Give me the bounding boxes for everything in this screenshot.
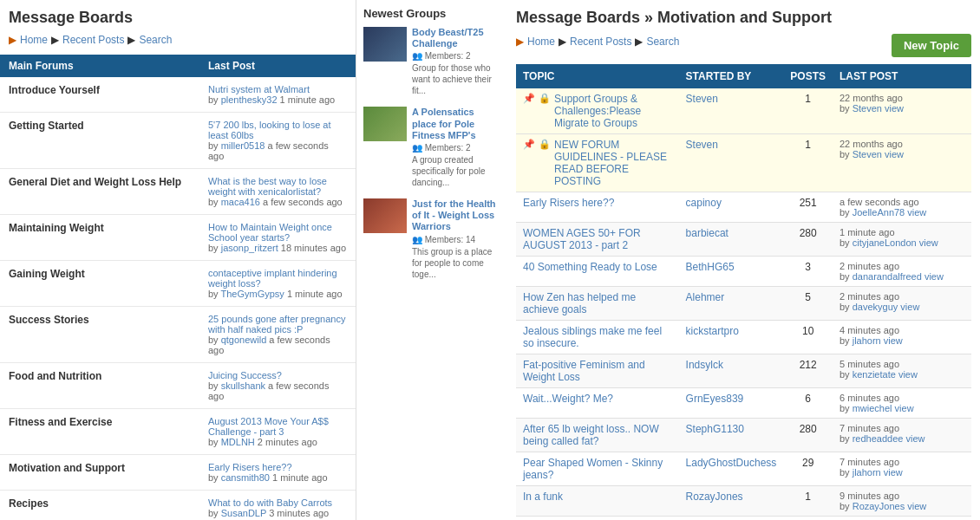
view-link[interactable]: view <box>924 271 944 282</box>
lastpost-user-link[interactable]: mwiechel <box>853 403 892 413</box>
view-link[interactable]: view <box>885 149 904 159</box>
forum-topic-link[interactable]: General Diet and Weight Loss Help <box>9 176 181 188</box>
forum-topic-link[interactable]: Getting Started <box>9 120 84 132</box>
view-link[interactable]: view <box>900 302 919 312</box>
started-by-link[interactable]: barbiecat <box>686 227 728 239</box>
started-by-link[interactable]: Steven <box>686 139 718 151</box>
lastpost-user-link[interactable]: JoelleAnn78 <box>853 207 905 218</box>
lastpost-user-link[interactable]: jasonp_ritzert <box>221 243 278 253</box>
topic-link[interactable]: Support Groups & Challenges:Please Migra… <box>554 93 672 129</box>
view-link[interactable]: view <box>884 467 903 478</box>
lastpost-user-link[interactable]: SusanDLP <box>221 508 266 518</box>
forum-topic-link[interactable]: Motivation and Support <box>9 462 125 474</box>
lastpost-user-link[interactable]: Steven <box>853 103 882 114</box>
lastpost-user-link[interactable]: davekyguy <box>853 302 898 312</box>
lastpost-info: 7 minutes ago by redheaddee view <box>840 423 964 444</box>
breadcrumb-recent[interactable]: Recent Posts <box>62 34 124 46</box>
view-link[interactable]: view <box>895 403 914 413</box>
lastpost-link[interactable]: What to do with Baby Carrots <box>208 497 332 508</box>
right-breadcrumb-home[interactable]: Home <box>527 36 555 48</box>
lastpost-user-link[interactable]: jlahorn <box>853 467 881 478</box>
lastpost-meta: by miller0518 a few seconds ago <box>208 140 347 161</box>
forum-lastpost-cell: August 2013 Move Your A$$ Challenge - pa… <box>208 416 347 447</box>
lastpost-link[interactable]: Early Risers here?? <box>208 462 292 472</box>
lastpost-user-link[interactable]: TheGymGypsy <box>220 289 284 299</box>
view-link[interactable]: view <box>905 433 924 444</box>
topic-link[interactable]: Wait...Weight? Me? <box>523 393 613 405</box>
started-by-link[interactable]: RozayJones <box>686 491 743 503</box>
started-by-link[interactable]: LadyGhostDuchess <box>686 457 777 469</box>
topic-cell: Fat-positive Feminism and Weight Loss <box>516 354 679 388</box>
started-by-link[interactable]: capinoy <box>686 197 722 209</box>
started-by-link[interactable]: kickstartpro <box>686 325 739 337</box>
group-name[interactable]: A Polensatics place for Pole Fitness MFP… <box>412 107 500 141</box>
lastpost-link[interactable]: What is the best way to lose weight with… <box>208 176 327 197</box>
forum-topic-link[interactable]: Fitness and Exercise <box>9 416 112 428</box>
topic-link[interactable]: Fat-positive Feminism and Weight Loss <box>523 359 672 383</box>
lastpost-user-link[interactable]: cityjaneLondon <box>853 237 917 248</box>
lastpost-user-link[interactable]: jlahorn <box>853 335 881 346</box>
lastpost-user-link[interactable]: danarandalfreed <box>853 271 922 282</box>
started-by-link[interactable]: Steven <box>686 93 718 105</box>
lastpost-link[interactable]: Nutri system at Walmart <box>208 84 310 94</box>
forum-topic-link[interactable]: Maintaining Weight <box>9 222 104 234</box>
forum-topic-link[interactable]: Recipes <box>9 497 49 510</box>
forum-topic-link[interactable]: Gaining Weight <box>9 268 85 280</box>
lastpost-link[interactable]: 5'7 200 lbs, looking to lose at least 60… <box>208 120 331 140</box>
topic-link[interactable]: Jealous siblings make me feel so insecur… <box>523 325 672 349</box>
lastpost-user-link[interactable]: maca416 <box>221 197 260 207</box>
lastpost-link[interactable]: contaceptive implant hindering weight lo… <box>208 268 337 289</box>
started-by-link[interactable]: StephG1130 <box>686 423 744 435</box>
lastpost-link[interactable]: 25 pounds gone after pregnancy with half… <box>208 314 345 335</box>
topic-link[interactable]: NEW FORUM GUIDELINES - PLEASE READ BEFOR… <box>554 139 672 187</box>
lastpost-user-link[interactable]: Steven <box>853 149 882 159</box>
lastpost-user-link[interactable]: MDLNH <box>221 437 255 447</box>
lastpost-user-link[interactable]: skullshank <box>221 380 265 391</box>
topic-link[interactable]: In a funk <box>523 491 563 503</box>
group-image <box>363 107 407 141</box>
lastpost-user-link[interactable]: qtgonewild <box>221 335 267 345</box>
lastpost-user-link[interactable]: redheaddee <box>853 433 904 444</box>
forum-topic-link[interactable]: Success Stories <box>9 314 89 326</box>
started-by-link[interactable]: Indsylck <box>686 359 723 371</box>
lastpost-user-link[interactable]: miller0518 <box>221 140 265 151</box>
topic-link[interactable]: Pear Shaped Women - Skinny jeans? <box>523 457 672 481</box>
group-name[interactable]: Body Beast/T25 Challenge <box>412 27 500 49</box>
new-topic-button[interactable]: New Topic <box>892 34 971 57</box>
view-link[interactable]: view <box>919 237 938 248</box>
topic-link[interactable]: 40 Something Ready to Lose <box>523 261 657 273</box>
group-name[interactable]: Just for the Health of It - Weight Loss … <box>412 198 500 233</box>
started-by-link[interactable]: Alehmer <box>686 291 725 303</box>
group-name-link[interactable]: Just for the Health of It - Weight Loss … <box>412 198 496 231</box>
right-breadcrumb-recent[interactable]: Recent Posts <box>570 36 631 48</box>
group-name-link[interactable]: A Polensatics place for Pole Fitness MFP… <box>412 107 476 140</box>
topic-link[interactable]: Early Risers here?? <box>523 197 614 209</box>
lastpost-user-link[interactable]: kenzietate <box>853 369 896 380</box>
view-link[interactable]: view <box>884 335 903 346</box>
group-members: 👥 Members: 2 <box>412 51 500 61</box>
breadcrumb-search[interactable]: Search <box>139 34 172 46</box>
lastpost-link[interactable]: How to Maintain Weight once School year … <box>208 222 332 243</box>
lastpost-link[interactable]: Juicing Success? <box>208 370 282 380</box>
started-by-link[interactable]: GrnEyes839 <box>686 393 744 405</box>
breadcrumb-home[interactable]: Home <box>20 34 48 46</box>
lastpost-user-link[interactable]: RozayJones <box>853 501 905 511</box>
forum-topic-link[interactable]: Introduce Yourself <box>9 84 100 96</box>
started-by-link[interactable]: BethHG65 <box>686 261 735 273</box>
lastpost-user-link[interactable]: cansmith80 <box>221 472 270 483</box>
view-link[interactable]: view <box>907 501 926 511</box>
group-name-link[interactable]: Body Beast/T25 Challenge <box>412 27 484 49</box>
lastpost-user-link[interactable]: plenthesky32 <box>221 94 278 105</box>
topic-link[interactable]: How Zen has helped me achieve goals <box>523 291 672 315</box>
lastpost-meta: by SusanDLP 3 minutes ago <box>208 508 347 518</box>
right-breadcrumb-search[interactable]: Search <box>646 36 679 48</box>
topic-link[interactable]: After 65 lb weight loss.. NOW being call… <box>523 423 672 447</box>
topic-link[interactable]: WOMEN AGES 50+ FOR AUGUST 2013 - part 2 <box>523 227 672 251</box>
view-link[interactable]: view <box>907 207 926 218</box>
groups-list: Body Beast/T25 Challenge 👥 Members: 2 Gr… <box>363 27 500 280</box>
started-by-cell: GrnEyes839 <box>679 388 784 419</box>
view-link[interactable]: view <box>885 103 904 114</box>
forum-topic-link[interactable]: Food and Nutrition <box>9 370 101 382</box>
view-link[interactable]: view <box>898 369 918 380</box>
lastpost-link[interactable]: August 2013 Move Your A$$ Challenge - pa… <box>208 416 329 437</box>
